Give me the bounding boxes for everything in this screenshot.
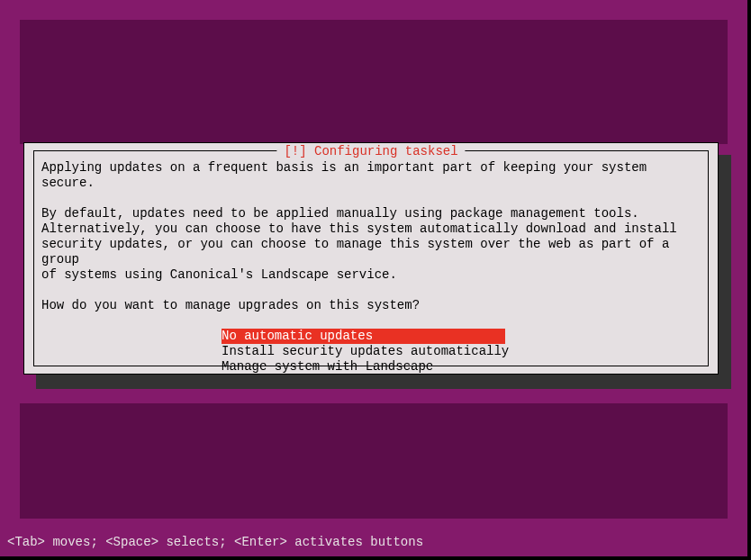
dialog-paragraph-1: Applying updates on a frequent basis is … <box>41 160 701 191</box>
bg-panel-bottom <box>20 403 728 519</box>
option-install-security-updates[interactable]: Install security updates automatically <box>222 344 701 359</box>
dialog-paragraph-2: By default, updates need to be applied m… <box>41 206 701 283</box>
keyboard-hint: <Tab> moves; <Space> selects; <Enter> ac… <box>7 535 423 549</box>
option-no-automatic-updates[interactable]: No automatic updates <box>222 329 505 344</box>
bg-panel-top <box>20 20 728 144</box>
dialog-border: [!] Configuring tasksel Applying updates… <box>33 150 709 366</box>
dialog-prompt: How do you want to manage upgrades on th… <box>41 298 701 313</box>
option-manage-with-landscape[interactable]: Manage system with Landscape <box>222 359 701 375</box>
options-list: No automatic updates Install security up… <box>222 329 701 375</box>
dialog-title: [!] Configuring tasksel <box>276 144 465 158</box>
dialog-content: Applying updates on a frequent basis is … <box>41 160 701 375</box>
tasksel-dialog: [!] Configuring tasksel Applying updates… <box>23 142 719 375</box>
